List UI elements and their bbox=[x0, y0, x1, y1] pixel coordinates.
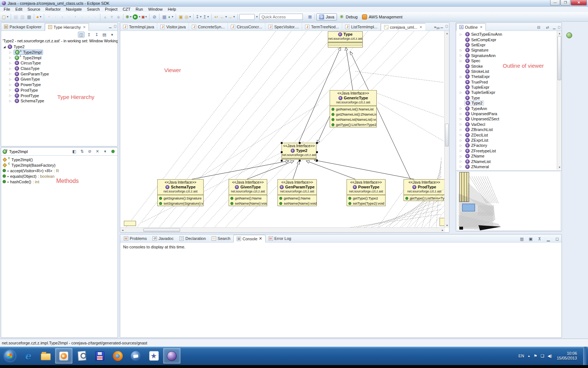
outline-item[interactable]: ITupleExpr bbox=[464, 85, 491, 89]
selection-handle[interactable] bbox=[281, 142, 283, 144]
outline-item[interactable]: ITupleSelExpr bbox=[464, 90, 496, 95]
uml-class-type2[interactable]: <<Java Interface>>IType2net.sourceforge.… bbox=[282, 143, 316, 159]
expander-icon[interactable]: ▷ bbox=[8, 67, 12, 70]
outline-row[interactable]: ITupleExpr bbox=[456, 85, 562, 90]
network-icon[interactable]: ❏ bbox=[541, 354, 544, 358]
member-row[interactable]: CType2Impl() bbox=[1, 157, 118, 162]
windows-explorer-icon[interactable] bbox=[37, 348, 54, 364]
minimize-view-icon[interactable]: ▁ bbox=[109, 24, 112, 28]
type-hierarchy-icon[interactable]: ◫ bbox=[78, 32, 85, 38]
tab-error-log[interactable]: ▤Error Log bbox=[266, 234, 294, 242]
menu-window[interactable]: Window bbox=[146, 7, 165, 12]
expander-icon[interactable]: ▷ bbox=[459, 160, 463, 163]
editor-tab-circusconcr-[interactable]: JCircusConcr... bbox=[228, 23, 265, 31]
browser-refresh-icon[interactable]: ◐▼ bbox=[168, 13, 174, 21]
uml-method[interactable]: getZNameList():ZNameList bbox=[330, 112, 376, 117]
menu-run[interactable]: Run bbox=[133, 7, 146, 12]
tool-dot-2-icon[interactable]: ◦ bbox=[52, 13, 59, 21]
search-tool-icon[interactable] bbox=[73, 348, 90, 364]
expander-icon[interactable]: ▷ bbox=[459, 49, 463, 52]
expander-icon[interactable]: ▷ bbox=[8, 51, 12, 54]
editor-tab-termtreenod-[interactable]: JTermTreeNod... bbox=[302, 23, 342, 31]
close-icon[interactable]: ✕ bbox=[83, 25, 86, 29]
outline-item[interactable]: ISpec bbox=[464, 59, 481, 63]
expander-icon[interactable]: ▷ bbox=[8, 83, 12, 86]
expander-icon[interactable]: ▷ bbox=[459, 165, 463, 168]
eclipse-icon[interactable] bbox=[163, 348, 180, 364]
tool-dot-7-icon[interactable]: ◦ bbox=[85, 13, 92, 21]
outline-row[interactable]: ▷IVarDecl bbox=[456, 122, 562, 127]
coverage-icon[interactable]: ◙▼ bbox=[141, 13, 148, 21]
outline-row[interactable]: ▷IUnparsedPara bbox=[456, 111, 562, 116]
start-button[interactable] bbox=[1, 348, 18, 364]
pin-console-icon[interactable]: ⊼ bbox=[536, 236, 543, 242]
language-indicator[interactable]: EN bbox=[519, 354, 524, 358]
outline-row[interactable]: ▷IZExprList bbox=[456, 138, 562, 143]
up-arrow-icon[interactable]: ▲ bbox=[102, 13, 108, 21]
minimize-view-icon[interactable]: ▁ bbox=[441, 24, 443, 28]
skip-breakpoints-icon[interactable]: ⊘ bbox=[151, 13, 158, 21]
expander-icon[interactable]: ▷ bbox=[459, 54, 463, 57]
editor-tab-concretesyn-[interactable]: JConcreteSyn... bbox=[189, 23, 228, 31]
outline-row[interactable]: ▷IZName bbox=[456, 153, 562, 159]
view-menu-icon[interactable]: ▾ bbox=[109, 32, 115, 38]
tree-row[interactable]: ▷IClassType bbox=[1, 66, 118, 71]
hide-static-icon[interactable]: ▾ bbox=[102, 149, 108, 155]
filter-dot-icon[interactable] bbox=[110, 149, 116, 155]
expander-icon[interactable]: ▷ bbox=[459, 149, 463, 152]
expander-icon[interactable]: ▷ bbox=[8, 78, 12, 81]
show-desktop-button[interactable] bbox=[583, 347, 587, 365]
perspective-debug[interactable]: ✳Debug bbox=[337, 14, 360, 20]
uml-method[interactable]: setName(Name):void bbox=[229, 201, 267, 206]
member-row[interactable]: CType2Impl(BaseFactory) bbox=[1, 162, 118, 168]
outline-row[interactable]: ▷IZFactory bbox=[456, 143, 562, 148]
tool-dot-1-icon[interactable]: • bbox=[46, 13, 52, 21]
outline-item[interactable]: IType bbox=[464, 96, 481, 100]
uml-class-generictype[interactable]: <<Java Interface>>IGenericTypenet.source… bbox=[330, 90, 377, 127]
editor-vertical-scrollbar[interactable]: ▲ ▼ bbox=[444, 31, 449, 228]
selection-handle[interactable] bbox=[299, 142, 301, 144]
menu-file[interactable]: File bbox=[1, 7, 13, 12]
uml-method[interactable]: getType():ListTerm<Type2> bbox=[330, 122, 376, 127]
outline-item[interactable]: IZNameList bbox=[464, 159, 492, 164]
action-center-flag-icon[interactable]: ⚑ bbox=[534, 354, 537, 358]
expander-icon[interactable]: ▷ bbox=[8, 88, 12, 92]
tree-item[interactable]: CAType2Impl bbox=[14, 56, 42, 60]
uml-method[interactable]: getName():Name bbox=[229, 195, 267, 201]
maximize-view-icon[interactable]: ◻ bbox=[445, 24, 448, 28]
expander-icon[interactable]: ▷ bbox=[459, 139, 463, 142]
close-icon[interactable]: ✕ bbox=[420, 25, 423, 29]
outline-item[interactable]: ISignature bbox=[464, 48, 490, 52]
down-arrow-icon[interactable]: ▼ bbox=[108, 13, 115, 21]
outline-row[interactable]: ▷IZFreetypeList bbox=[456, 148, 562, 153]
expander-icon[interactable]: ▷ bbox=[8, 94, 12, 97]
tree-row[interactable]: ▷IPowerType bbox=[1, 82, 118, 88]
thunderbird-icon[interactable] bbox=[127, 348, 144, 364]
expander-icon[interactable]: ▷ bbox=[459, 112, 463, 116]
outline-row[interactable]: ▷IZNameList bbox=[456, 159, 562, 164]
outline-row[interactable]: ▷ITypeAnn bbox=[456, 106, 562, 111]
tree-row[interactable]: ▷CAType2Impl bbox=[1, 50, 118, 55]
tab-declaration[interactable]: ◫Declaration bbox=[176, 234, 209, 242]
outline-row[interactable]: ISetExpr bbox=[456, 42, 562, 47]
hourglass-icon[interactable]: ◆ bbox=[115, 13, 122, 21]
tab-outline[interactable]: ≡ Outline✕ bbox=[456, 23, 486, 31]
uml-method[interactable]: getType():ListTerm<Type2> bbox=[404, 195, 445, 201]
show-inherited-icon[interactable]: ⇅ bbox=[79, 149, 85, 155]
outline-item[interactable]: IZName bbox=[464, 154, 485, 158]
tab-search[interactable]: ◎Search bbox=[209, 234, 233, 242]
outline-scrollbar[interactable]: ▲ ▼ bbox=[557, 31, 562, 170]
tool-dot-8-icon[interactable]: ◦ bbox=[92, 13, 98, 21]
outline-item[interactable]: ITruePred bbox=[464, 80, 489, 84]
uml-class-powertype[interactable]: <<Java Interface>>IPowerTypenet.sourcefo… bbox=[347, 179, 386, 206]
open-type-icon[interactable]: ▣ bbox=[178, 13, 184, 21]
uml-method[interactable]: setNameList(NameList):void bbox=[330, 117, 376, 122]
debug-icon[interactable]: ❋▼ bbox=[125, 13, 132, 21]
tree-item[interactable]: IProdType bbox=[14, 88, 39, 92]
scheme-combo-field[interactable] bbox=[239, 14, 255, 20]
uml-class-giventype[interactable]: <<Java Interface>>IGivenTypenet.sourcefo… bbox=[229, 179, 267, 206]
last-edit-icon[interactable]: ↩ bbox=[213, 13, 220, 21]
link-with-editor-icon[interactable]: ⇄ bbox=[544, 24, 551, 30]
save-icon[interactable]: ▤ bbox=[12, 13, 19, 21]
save-all-icon[interactable]: ▥ bbox=[19, 13, 26, 21]
